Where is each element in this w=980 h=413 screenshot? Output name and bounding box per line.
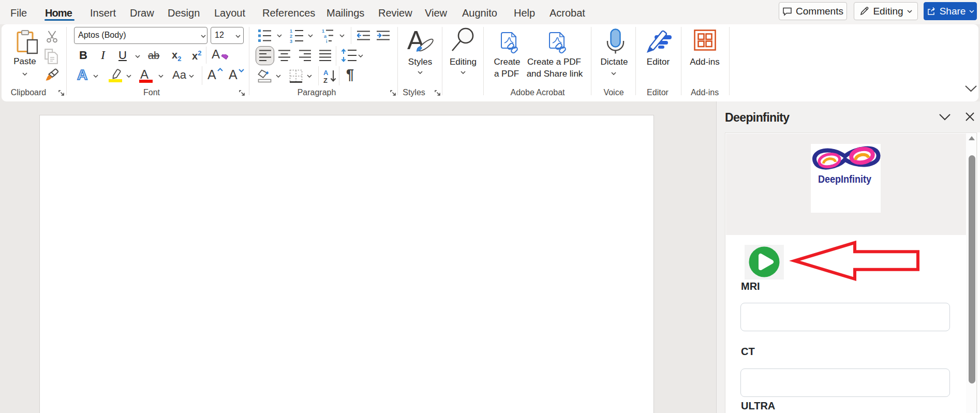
svg-text:Z: Z: [323, 77, 328, 83]
svg-text:1: 1: [290, 28, 292, 34]
svg-text:3: 3: [290, 39, 292, 43]
svg-text:i: i: [326, 39, 328, 43]
svg-text:2: 2: [290, 34, 292, 39]
svg-text:A: A: [323, 69, 329, 77]
svg-text:DeepInfinity: DeepInfinity: [818, 173, 872, 185]
svg-text:1: 1: [322, 28, 324, 34]
svg-text:a: a: [324, 34, 327, 39]
